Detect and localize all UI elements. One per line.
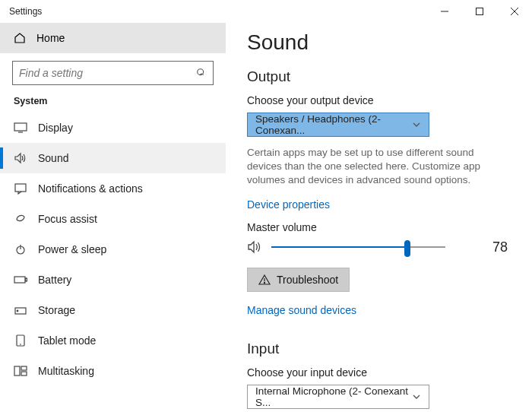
speaker-icon[interactable] (247, 240, 262, 254)
sidebar-item-storage[interactable]: Storage (0, 295, 226, 325)
close-button[interactable] (497, 0, 532, 23)
sidebar-item-label: Storage (38, 304, 75, 316)
chevron-down-icon (412, 120, 421, 129)
input-device-select[interactable]: Internal Microphone (2- Conexant S... (247, 385, 429, 409)
manage-sound-devices-link[interactable]: Manage sound devices (247, 304, 356, 316)
section-heading: System (0, 96, 226, 113)
sidebar-item-label: Multitasking (38, 365, 94, 377)
content-pane: Sound Output Choose your output device S… (226, 23, 532, 412)
output-device-label: Choose your output device (247, 94, 508, 106)
svg-rect-18 (14, 366, 20, 376)
sidebar-item-label: Tablet mode (38, 334, 96, 347)
battery-icon (14, 275, 27, 284)
search-icon (196, 68, 207, 78)
sidebar-item-label: Focus assist (38, 213, 97, 225)
svg-rect-13 (26, 278, 27, 281)
sidebar-item-notifications[interactable]: Notifications & actions (0, 173, 226, 204)
input-device-label: Choose your input device (247, 366, 508, 379)
troubleshoot-button[interactable]: Troubleshoot (247, 268, 350, 292)
home-button[interactable]: Home (0, 23, 226, 53)
input-heading: Input (247, 341, 508, 357)
input-device-value: Internal Microphone (2- Conexant S... (255, 385, 412, 408)
warning-icon (258, 274, 271, 285)
sidebar-item-label: Notifications & actions (38, 182, 143, 195)
sidebar-item-label: Display (38, 122, 73, 134)
search-box[interactable] (12, 61, 214, 85)
master-volume-label: Master volume (247, 221, 508, 233)
title-bar: Settings (0, 0, 532, 23)
focus-assist-icon (14, 213, 27, 225)
sidebar-item-label: Battery (38, 274, 71, 286)
tablet-icon (14, 334, 27, 347)
volume-value: 78 (492, 239, 508, 255)
svg-rect-12 (14, 277, 25, 283)
sidebar: Home System Display Sound (0, 23, 226, 412)
home-icon (14, 32, 26, 44)
svg-point-15 (17, 310, 18, 312)
output-device-value: Speakers / Headphones (2- Conexan... (255, 113, 412, 136)
search-input[interactable] (19, 67, 190, 79)
device-properties-link[interactable]: Device properties (247, 198, 330, 211)
page-title: Sound (247, 30, 508, 55)
sidebar-item-power-sleep[interactable]: Power & sleep (0, 234, 226, 265)
svg-point-22 (264, 282, 264, 283)
chevron-down-icon (412, 392, 421, 401)
sidebar-item-display[interactable]: Display (0, 113, 226, 143)
output-heading: Output (247, 68, 508, 85)
output-help-text: Certain apps may be set up to use differ… (247, 146, 508, 188)
power-icon (14, 243, 27, 255)
display-icon (14, 122, 27, 133)
troubleshoot-label: Troubleshoot (277, 274, 338, 286)
output-device-select[interactable]: Speakers / Headphones (2- Conexan... (247, 113, 429, 137)
sidebar-item-sound[interactable]: Sound (0, 143, 226, 173)
svg-rect-7 (14, 123, 27, 131)
svg-rect-19 (21, 366, 27, 370)
sound-icon (14, 152, 27, 164)
app-title: Settings (9, 6, 42, 17)
slider-thumb[interactable] (404, 240, 410, 257)
svg-rect-9 (15, 184, 26, 192)
svg-rect-1 (477, 8, 483, 15)
sidebar-item-multitasking[interactable]: Multitasking (0, 356, 226, 386)
home-label: Home (36, 32, 65, 44)
sidebar-item-focus-assist[interactable]: Focus assist (0, 204, 226, 234)
notifications-icon (14, 182, 27, 195)
sidebar-item-tablet-mode[interactable]: Tablet mode (0, 325, 226, 356)
sidebar-item-label: Sound (38, 152, 68, 164)
maximize-button[interactable] (462, 0, 497, 23)
multitasking-icon (14, 366, 27, 376)
sidebar-item-label: Power & sleep (38, 243, 106, 255)
slider-fill (271, 246, 407, 248)
storage-icon (14, 305, 27, 315)
volume-slider[interactable] (271, 239, 445, 255)
minimize-button[interactable] (427, 0, 462, 23)
sidebar-item-battery[interactable]: Battery (0, 265, 226, 295)
svg-line-5 (202, 74, 203, 74)
svg-rect-20 (21, 372, 27, 376)
